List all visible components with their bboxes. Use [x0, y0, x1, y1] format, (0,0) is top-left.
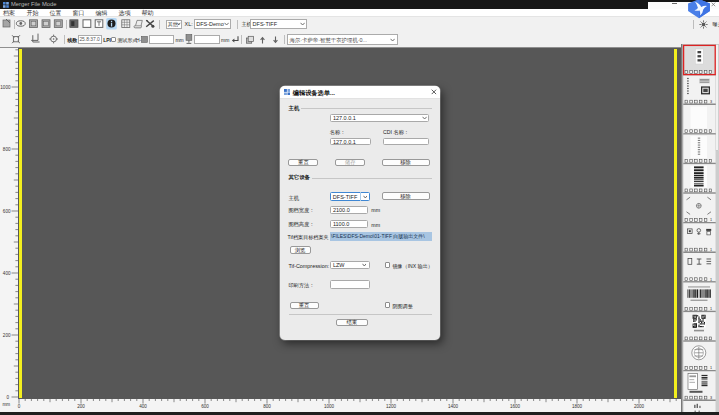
- svg-text:1400: 1400: [448, 404, 459, 409]
- svg-text:1: 1: [710, 218, 712, 222]
- svg-text:400: 400: [139, 404, 147, 409]
- svg-text:1: 1: [710, 307, 712, 311]
- svg-text:600: 600: [3, 208, 11, 213]
- svg-text:800: 800: [263, 404, 271, 409]
- svg-text:3: 3: [710, 396, 712, 400]
- svg-text:1200: 1200: [386, 404, 397, 409]
- svg-text:0: 0: [18, 404, 21, 409]
- svg-text:1000: 1000: [324, 404, 335, 409]
- svg-text:mm: mm: [3, 402, 11, 407]
- svg-text:800: 800: [3, 146, 11, 151]
- svg-text:2000: 2000: [634, 404, 645, 409]
- svg-text:1: 1: [710, 366, 712, 370]
- svg-text:200: 200: [3, 332, 11, 337]
- svg-text:1000: 1000: [0, 84, 11, 89]
- svg-text:1: 1: [710, 278, 712, 282]
- svg-text:200: 200: [77, 404, 85, 409]
- svg-text:600: 600: [201, 404, 209, 409]
- svg-text:400: 400: [3, 270, 11, 275]
- svg-text:3: 3: [710, 100, 712, 104]
- svg-text:1600: 1600: [510, 404, 521, 409]
- svg-text:1: 1: [710, 248, 712, 252]
- svg-text:1800: 1800: [572, 404, 583, 409]
